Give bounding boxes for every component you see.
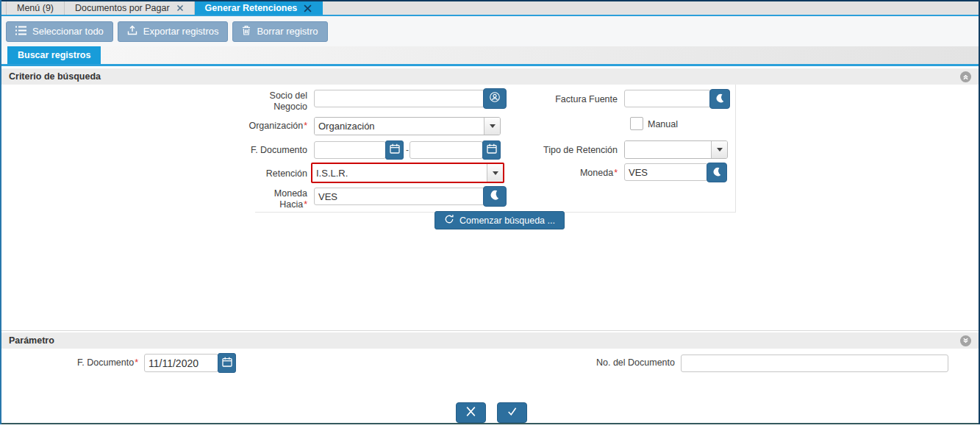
organization-combo[interactable] [314,117,501,135]
parameter-doc-date-label: F. Documento* [44,357,138,368]
doc-date-from-calendar-button[interactable] [385,140,404,160]
parameter-section-header: Parámetro [1,332,979,349]
cancel-button[interactable] [456,402,486,423]
close-icon[interactable] [304,4,312,13]
calendar-icon [487,143,497,157]
doc-number-label: No. del Documento [579,357,675,368]
calendar-icon [222,357,232,370]
business-partner-icon [489,91,501,106]
business-partner-input[interactable] [314,90,485,107]
export-records-button[interactable]: Exportar registros [118,21,229,42]
calendar-icon [390,143,400,157]
chevron-down-icon[interactable] [711,141,727,158]
tab-generar-label: Generar Retenciones [205,3,298,13]
doc-date-to-calendar-button[interactable] [482,140,501,160]
parameter-calendar-button[interactable] [218,353,236,373]
organization-label: Organización* [234,121,307,132]
currency-input[interactable] [624,163,708,181]
date-range-separator: - [406,145,409,155]
business-partner-label: Socio del Negocio [243,90,307,113]
business-partner-lookup-button[interactable] [483,88,507,109]
tab-menu[interactable]: Menú (9) [6,1,65,15]
retention-combo-input[interactable] [312,164,487,182]
source-invoice-label: Factura Fuente [544,94,618,105]
window-tab-bar: Menú (9) Documentos por Pagar Generar Re… [0,0,980,16]
retention-type-combo-input[interactable] [625,141,711,158]
subtab-row: Buscar registros [1,46,979,66]
organization-combo-input[interactable] [315,118,484,135]
doc-date-from-input[interactable] [314,141,386,159]
tab-documentos-por-pagar[interactable]: Documentos por Pagar [65,1,195,15]
select-all-list-icon [15,26,26,38]
confirm-button[interactable] [497,402,527,423]
tab-buscar-registros[interactable]: Buscar registros [7,46,101,64]
select-all-label: Seleccionar todo [32,26,104,37]
currency-to-zoom-button[interactable] [483,186,507,207]
manual-label: Manual [648,119,699,130]
start-search-label: Comenzar búsqueda ... [459,215,555,226]
crescent-zoom-icon [490,190,499,203]
window-left-border [0,0,1,424]
close-icon[interactable] [176,4,184,12]
select-all-button[interactable]: Seleccionar todo [6,21,113,42]
tab-documentos-label: Documentos por Pagar [75,3,170,13]
doc-date-to-input[interactable] [409,141,483,159]
chevron-double-down-icon[interactable] [960,335,971,346]
doc-date-label: F. Documento [234,145,307,156]
x-icon [465,406,477,420]
doc-number-input[interactable] [681,355,948,372]
currency-to-input[interactable] [314,188,485,205]
currency-to-label: Moneda Hacia* [263,188,307,210]
criteria-section-header: Criterio de búsqueda [1,68,979,85]
source-invoice-zoom-button[interactable] [709,89,730,109]
retention-type-label: Tipo de Retención [537,145,618,156]
toolbar: Seleccionar todo Exportar registros Borr… [1,16,979,46]
retention-type-combo[interactable] [624,140,728,159]
app-window: Menú (9) Documentos por Pagar Generar Re… [0,0,980,431]
criteria-title: Criterio de búsqueda [9,71,101,82]
tab-menu-label: Menú (9) [17,3,54,13]
currency-label: Moneda* [544,168,618,179]
buscar-registros-label: Buscar registros [18,50,90,60]
retention-combo[interactable] [311,163,504,183]
parameter-title: Parámetro [9,335,54,346]
start-search-button[interactable]: Comenzar búsqueda ... [434,211,565,229]
refresh-icon [444,214,454,227]
chevron-down-icon[interactable] [487,164,503,182]
crescent-zoom-icon [713,166,721,179]
source-invoice-input[interactable] [624,90,711,107]
window-bottom-border [0,423,980,424]
check-icon [506,406,518,420]
delete-record-button[interactable]: Borrar registro [232,21,327,42]
crescent-zoom-icon [716,93,724,106]
chevron-double-up-icon[interactable] [960,71,971,82]
section-divider [1,330,979,331]
manual-checkbox[interactable] [630,117,643,130]
tab-generar-retenciones[interactable]: Generar Retenciones [195,1,323,15]
retention-label: Retención [234,168,307,179]
trash-icon [242,25,251,38]
currency-zoom-button[interactable] [707,163,727,182]
delete-record-label: Borrar registro [257,26,318,37]
parameter-doc-date-input[interactable] [144,354,218,372]
export-upload-icon [127,25,137,38]
export-records-label: Exportar registros [143,26,219,37]
chevron-down-icon[interactable] [484,118,500,135]
